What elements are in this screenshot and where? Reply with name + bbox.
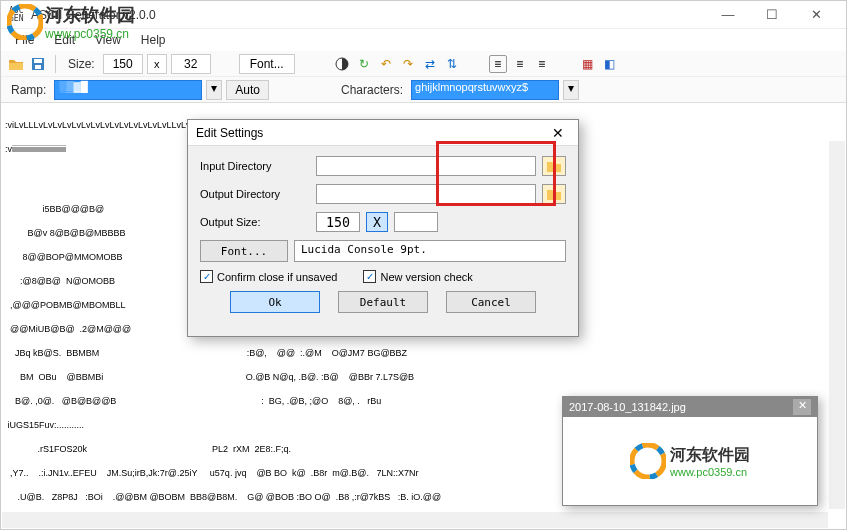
preview-body: 河东软件园 www.pc0359.cn [563, 417, 817, 505]
maximize-button[interactable]: ☐ [750, 1, 794, 29]
output-size-label: Output Size: [200, 216, 310, 228]
align-left-icon[interactable]: ≡ [489, 55, 507, 73]
confirm-close-label: Confirm close if unsaved [217, 271, 337, 283]
open-icon[interactable] [7, 55, 25, 73]
characters-input[interactable]: ghijklmnopqrstuvwxyz$ [411, 80, 559, 100]
output-directory-label: Output Directory [200, 188, 310, 200]
preview-logo-icon [630, 443, 666, 479]
refresh-icon[interactable]: ↻ [355, 55, 373, 73]
output-size-width[interactable] [316, 212, 360, 232]
size-label: Size: [64, 57, 99, 71]
toolbar-secondary: Ramp: ░▒▓█ ▾ Auto Characters: ghijklmnop… [1, 77, 846, 103]
watermark: 河东软件园 www.pc0359.cn [1, 1, 141, 43]
default-button[interactable]: Default [338, 291, 428, 313]
dialog-close-button[interactable]: ✕ [546, 125, 570, 141]
dialog-titlebar: Edit Settings ✕ [188, 120, 578, 146]
ascii-line: BM OBu @BBMBi O.@B N@q, .B@. :B@ @BBr 7.… [5, 371, 842, 383]
preview-url: www.pc0359.cn [670, 466, 750, 478]
vertical-scrollbar[interactable] [829, 141, 845, 509]
main-window: 河东软件园 www.pc0359.cn ASCGEN ASCII Generat… [0, 0, 847, 530]
size-height-input[interactable] [171, 54, 211, 74]
auto-button[interactable]: Auto [226, 80, 269, 100]
ramp-select[interactable]: ░▒▓█ [54, 80, 202, 100]
checkbox-icon: ✓ [200, 270, 213, 283]
color-icon[interactable]: ◧ [601, 55, 619, 73]
watermark-text: 河东软件园 [45, 3, 135, 27]
output-directory-browse | folder-icon[interactable] [542, 184, 566, 204]
rotate-right-icon[interactable]: ↷ [399, 55, 417, 73]
ascii-line: JBq kB@S. BBMBM :B@, @@ :.@M O@JM7 BG@BB… [5, 347, 842, 359]
watermark-logo-icon [7, 4, 43, 40]
checkbox-icon: ✓ [363, 270, 376, 283]
align-right-icon[interactable]: ≡ [533, 55, 551, 73]
output-size-height[interactable] [394, 212, 438, 232]
cancel-button[interactable]: Cancel [446, 291, 536, 313]
align-center-icon[interactable]: ≡ [511, 55, 529, 73]
version-check-label: New version check [380, 271, 472, 283]
ramp-dropdown-icon[interactable]: ▾ [206, 80, 222, 100]
svg-rect-3 [34, 59, 42, 63]
close-button[interactable]: ✕ [794, 1, 838, 29]
version-check-checkbox[interactable]: ✓ New version check [363, 270, 472, 283]
chars-dropdown-icon[interactable]: ▾ [563, 80, 579, 100]
rotate-left-icon[interactable]: ↶ [377, 55, 395, 73]
toolbar-main: Size: x Font... ↻ ↶ ↷ ⇄ ⇅ ≡ ≡ ≡ ▦ ◧ [1, 51, 846, 77]
ramp-label: Ramp: [7, 83, 50, 97]
horizontal-scrollbar[interactable] [2, 512, 828, 528]
dialog-font-button[interactable]: Font... [200, 240, 288, 262]
preview-close-button[interactable]: ✕ [793, 399, 811, 415]
size-lock-button[interactable]: x [147, 54, 167, 74]
preview-title: 2017-08-10_131842.jpg [569, 401, 686, 413]
input-directory-brow| folder-icon[interactable] [542, 156, 566, 176]
input-directory-label: Input Directory [200, 160, 310, 172]
input-directory-field[interactable] [316, 156, 536, 176]
characters-label: Characters: [337, 83, 407, 97]
preview-window[interactable]: 2017-08-10_131842.jpg ✕ 河东软件园 www.pc0359… [562, 396, 818, 506]
minimize-button[interactable]: — [706, 1, 750, 29]
flip-v-icon[interactable]: ⇅ [443, 55, 461, 73]
contrast-icon[interactable] [333, 55, 351, 73]
dialog-title: Edit Settings [196, 126, 263, 140]
size-width-input[interactable] [103, 54, 143, 74]
output-directory-field[interactable] [316, 184, 536, 204]
confirm-close-checkbox[interactable]: ✓ Confirm close if unsaved [200, 270, 337, 283]
flip-h-icon[interactable]: ⇄ [421, 55, 439, 73]
preview-text: 河东软件园 [670, 445, 750, 466]
output-size-lock-button[interactable]: X [366, 212, 388, 232]
watermark-url: www.pc0359.cn [45, 27, 135, 41]
save-icon[interactable] [29, 55, 47, 73]
edit-settings-dialog: Edit Settings ✕ Input Directory Output D… [187, 119, 579, 337]
ok-button[interactable]: Ok [230, 291, 320, 313]
separator [55, 55, 56, 73]
svg-rect-4 [35, 65, 41, 69]
font-button[interactable]: Font... [239, 54, 295, 74]
palette-icon[interactable]: ▦ [579, 55, 597, 73]
preview-titlebar[interactable]: 2017-08-10_131842.jpg ✕ [563, 397, 817, 417]
dialog-font-value: Lucida Console 9pt. [294, 240, 566, 262]
